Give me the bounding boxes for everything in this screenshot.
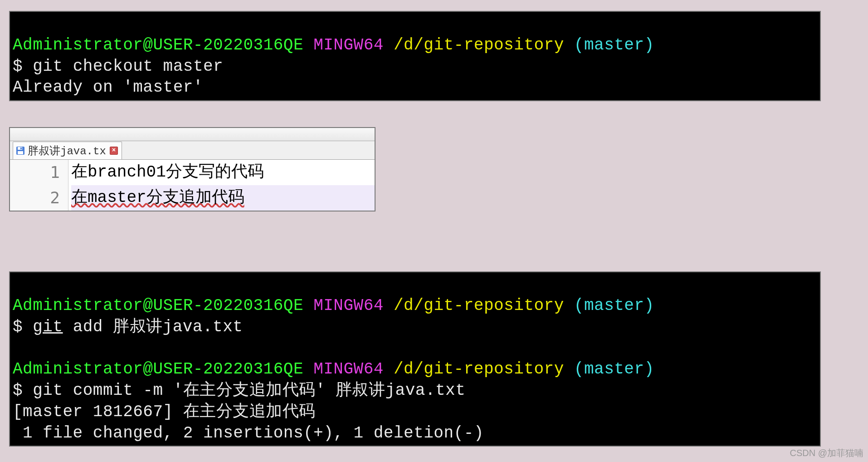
terminal-block-1[interactable]: Administrator@USER-20220316QE MINGW64 /d… <box>9 11 821 101</box>
prompt-env: MINGW64 <box>313 296 384 315</box>
text-editor: 胖叔讲java.tx × 1 2 在branch01分支写的代码 在master… <box>9 127 375 211</box>
svg-rect-3 <box>20 147 22 149</box>
prompt-user: Administrator@USER-20220316QE <box>13 36 303 54</box>
editor-tab-row: 胖叔讲java.tx × <box>10 141 375 160</box>
output-text: 1 file changed, 2 insertions(+), 1 delet… <box>13 424 484 442</box>
editor-content[interactable]: 1 2 在branch01分支写的代码 在master分支追加代码 <box>10 160 375 211</box>
prompt-symbol: $ <box>13 318 33 336</box>
prompt-symbol: $ <box>13 57 33 76</box>
prompt-path: /d/git-repository <box>394 296 564 315</box>
save-icon <box>16 146 25 155</box>
prompt-user: Administrator@USER-20220316QE <box>13 360 303 378</box>
command-text: git commit -m '在主分支追加代码' 胖叔讲java.txt <box>33 381 465 400</box>
prompt-branch: (master) <box>574 36 654 54</box>
prompt-branch: (master) <box>574 296 654 315</box>
output-text: Already on 'master' <box>13 78 203 97</box>
prompt-path: /d/git-repository <box>394 360 564 378</box>
command-text: git checkout master <box>33 57 223 76</box>
prompt-env: MINGW64 <box>313 360 384 378</box>
prompt-user: Administrator@USER-20220316QE <box>13 296 303 315</box>
code-line: 在master分支追加代码 <box>71 185 375 211</box>
prompt-branch: (master) <box>574 360 654 378</box>
line-number: 1 <box>10 160 60 185</box>
prompt-path: /d/git-repository <box>394 36 564 54</box>
close-icon[interactable]: × <box>110 147 118 155</box>
prompt-symbol: $ <box>13 381 33 400</box>
line-number-gutter: 1 2 <box>10 160 68 211</box>
editor-toolbar <box>10 128 375 141</box>
command-text: git <box>33 318 63 336</box>
tab-filename: 胖叔讲java.tx <box>28 143 106 158</box>
code-line: 在branch01分支写的代码 <box>71 160 375 185</box>
line-number: 2 <box>10 185 60 211</box>
code-area[interactable]: 在branch01分支写的代码 在master分支追加代码 <box>68 160 375 211</box>
prompt-env: MINGW64 <box>313 36 384 54</box>
output-text: [master 1812667] 在主分支追加代码 <box>13 403 316 421</box>
svg-rect-2 <box>18 151 23 154</box>
watermark: CSDN @加菲猫喃 <box>790 447 863 459</box>
editor-tab[interactable]: 胖叔讲java.tx × <box>13 142 122 159</box>
command-text: add 胖叔讲java.txt <box>63 318 243 336</box>
terminal-block-2[interactable]: Administrator@USER-20220316QE MINGW64 /d… <box>9 271 821 447</box>
